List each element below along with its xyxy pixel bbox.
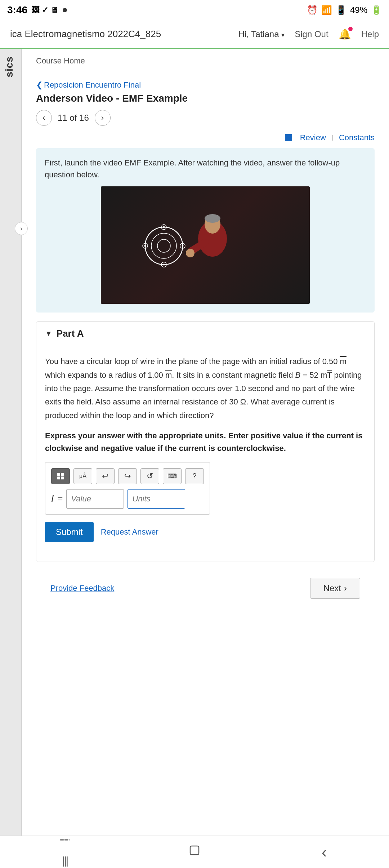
time-display: 3:46 — [7, 4, 27, 16]
battery-icon: 🔋 — [371, 5, 382, 15]
action-row: Submit Request Answer — [45, 522, 366, 542]
svg-point-5 — [145, 227, 183, 265]
main-content: Course Home ❮ Reposicion Encuentro Final… — [22, 49, 389, 868]
review-bar: Review | Constants — [36, 133, 375, 142]
part-a-header[interactable]: ▼ Part A — [36, 322, 374, 346]
status-icons: 🖼 ✓ 🖥 — [32, 5, 58, 15]
unit-button[interactable]: μÅ — [73, 468, 92, 484]
pagination: ‹ 11 of 16 › — [36, 110, 375, 126]
svg-rect-23 — [190, 846, 199, 855]
nav-back-button[interactable]: ‹ — [313, 843, 335, 861]
svg-rect-16 — [57, 473, 60, 476]
back-link-text: Reposicion Encuentro Final — [44, 80, 141, 90]
value-input[interactable] — [66, 489, 124, 509]
input-variable-label: I — [51, 493, 54, 504]
problem-title: Anderson Video - EMF Example — [36, 93, 375, 104]
part-a-body: You have a circular loop of wire in the … — [36, 346, 374, 561]
breadcrumb: Course Home — [22, 49, 389, 73]
instruction-text: Express your answer with the appropriate… — [45, 429, 366, 455]
svg-rect-19 — [61, 477, 64, 479]
part-a-section: ▼ Part A You have a circular loop of wir… — [36, 321, 375, 562]
redo-button[interactable]: ↪ — [118, 468, 137, 484]
answer-box: μÅ ↩ ↪ ↺ ⌨ ? I = — [45, 462, 210, 515]
input-row: I = — [51, 489, 204, 509]
battery-text: 49% — [350, 5, 367, 15]
reset-button[interactable]: ↺ — [140, 468, 159, 484]
next-page-button[interactable]: › — [95, 110, 111, 126]
help-button[interactable]: ? — [185, 468, 204, 484]
wifi-icon: 📶 — [321, 5, 332, 15]
sidebar: sics › — [0, 49, 22, 868]
nav-menu-button[interactable]: ||| — [54, 836, 76, 868]
chevron-down-icon: ▾ — [281, 31, 285, 39]
notification-badge — [348, 27, 353, 31]
answer-toolbar: μÅ ↩ ↪ ↺ ⌨ ? — [51, 468, 204, 484]
svg-point-6 — [151, 233, 176, 258]
svg-rect-18 — [57, 477, 60, 479]
svg-point-7 — [157, 239, 170, 252]
problem-text: You have a circular loop of wire in the … — [45, 355, 366, 422]
alarm-icon: ⏰ — [307, 5, 318, 15]
chevron-right-icon: › — [344, 583, 347, 593]
keyboard-button[interactable]: ⌨ — [163, 468, 182, 484]
chevron-left-icon: ❮ — [36, 80, 43, 90]
next-label: Next — [323, 583, 341, 593]
prev-page-button[interactable]: ‹ — [36, 110, 52, 126]
video-container[interactable] — [101, 186, 310, 304]
question-intro: First, launch the video EMF Example. Aft… — [45, 157, 366, 181]
sign-out-link[interactable]: Sign Out — [295, 29, 328, 39]
back-link[interactable]: ❮ Reposicion Encuentro Final — [36, 80, 375, 90]
page-spacer — [36, 606, 375, 822]
course-home-link[interactable]: Course Home — [36, 56, 85, 65]
equals-sign: = — [57, 493, 63, 504]
svg-point-14 — [163, 264, 165, 266]
svg-point-4 — [186, 249, 194, 257]
status-right: ⏰ 📶 📱 49% 🔋 — [307, 5, 382, 15]
svg-point-15 — [144, 245, 146, 247]
provide-feedback-link[interactable]: Provide Feedback — [50, 584, 114, 593]
nav-home-button[interactable] — [184, 843, 205, 861]
constants-link[interactable]: Constants — [339, 133, 375, 142]
bottom-navigation-bar: ||| ‹ — [0, 836, 389, 868]
units-input[interactable] — [128, 489, 185, 509]
svg-rect-17 — [61, 473, 64, 476]
status-left: 3:46 🖼 ✓ 🖥 — [7, 4, 67, 16]
video-thumbnail — [101, 186, 310, 304]
svg-point-13 — [182, 245, 184, 247]
top-nav-actions: Hi, Tatiana ▾ Sign Out 🔔 Help — [238, 28, 379, 40]
svg-point-12 — [163, 226, 165, 228]
grid-button[interactable] — [51, 468, 70, 484]
status-dot — [63, 8, 67, 12]
signal-icon: 📱 — [336, 5, 346, 15]
review-link[interactable]: Review — [300, 133, 326, 142]
question-card: First, launch the video EMF Example. Aft… — [36, 148, 375, 313]
content-area: ❮ Reposicion Encuentro Final Anderson Vi… — [22, 73, 389, 829]
status-bar: 3:46 🖼 ✓ 🖥 ⏰ 📶 📱 49% 🔋 — [0, 0, 389, 20]
page-info: 11 of 16 — [58, 113, 89, 123]
request-answer-link[interactable]: Request Answer — [101, 527, 158, 537]
next-button[interactable]: Next › — [310, 578, 360, 599]
course-title: ica Electromagnetismo 2022C4_825 — [10, 28, 161, 40]
user-greeting[interactable]: Hi, Tatiana ▾ — [238, 29, 285, 39]
undo-button[interactable]: ↩ — [96, 468, 115, 484]
svg-point-2 — [205, 214, 220, 223]
top-nav-bar: ica Electromagnetismo 2022C4_825 Hi, Tat… — [0, 20, 389, 49]
main-layout: sics › Course Home ❮ Reposicion Encuentr… — [0, 49, 389, 868]
sidebar-toggle[interactable]: › — [15, 222, 28, 235]
notification-bell[interactable]: 🔔 — [339, 28, 351, 40]
review-icon — [285, 134, 292, 141]
submit-button[interactable]: Submit — [45, 522, 94, 542]
bottom-actions: Provide Feedback Next › — [36, 571, 375, 606]
collapse-arrow-icon: ▼ — [45, 329, 52, 338]
sidebar-label: sics — [0, 49, 19, 85]
part-a-title: Part A — [57, 328, 84, 339]
help-link[interactable]: Help — [361, 29, 379, 39]
